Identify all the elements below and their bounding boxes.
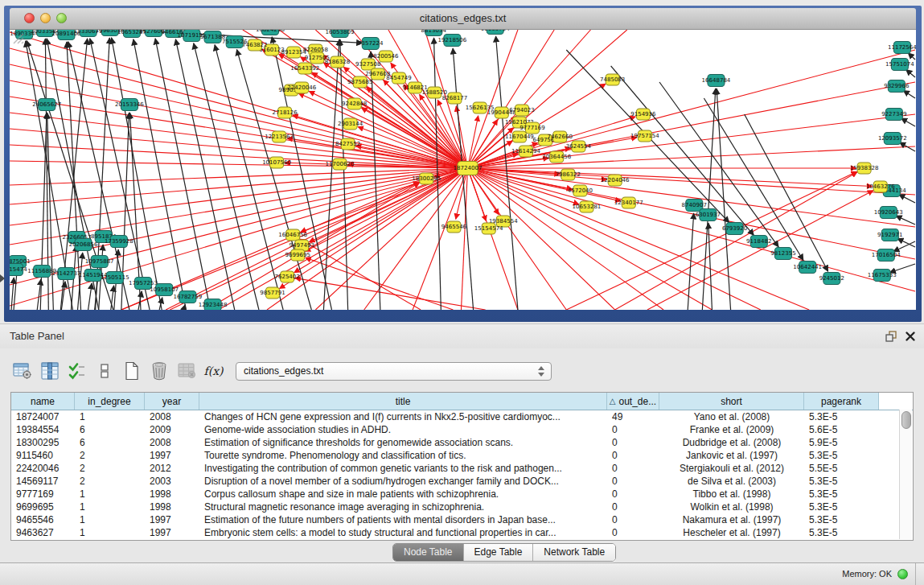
cell-in_degree: 6 xyxy=(75,423,145,436)
citation-edge-black[interactable] xyxy=(611,66,754,235)
column-header-out_de[interactable]: △out_de... xyxy=(607,393,659,410)
table-row[interactable]: 946362711997Embryonic stem cells: a mode… xyxy=(11,526,913,539)
graph-node-label: 20364456 xyxy=(542,154,571,161)
citation-edge-black[interactable] xyxy=(88,283,92,310)
citation-edge-red[interactable] xyxy=(10,80,468,168)
table-vertical-scrollbar[interactable] xyxy=(899,410,912,539)
column-header-year[interactable]: year xyxy=(145,393,199,410)
cytopanel-collapse-arrow-icon[interactable] xyxy=(0,274,5,282)
citation-edge-black[interactable] xyxy=(496,36,518,310)
cell-out_de: 0 xyxy=(607,501,659,513)
cell-year: 2012 xyxy=(145,462,199,475)
column-label: year xyxy=(162,396,181,407)
citation-edge-red[interactable] xyxy=(10,48,468,168)
citation-edge-red[interactable] xyxy=(10,113,468,168)
citation-edge-black[interactable] xyxy=(906,69,915,77)
canvas-resize-grip[interactable] xyxy=(10,30,24,44)
cell-out_de: 0 xyxy=(607,475,659,488)
citation-edge-black[interactable] xyxy=(112,38,162,310)
function-builder-icon[interactable]: f(x) xyxy=(203,360,224,381)
citation-edge-black[interactable] xyxy=(371,51,380,310)
citation-edge-red[interactable] xyxy=(468,168,615,310)
citation-edge-red[interactable] xyxy=(10,168,468,204)
table-panel-header: Table Panel xyxy=(0,324,924,348)
cell-pagerank: 5.9E-5 xyxy=(804,436,879,449)
network-canvas[interactable]: 1890334420033584208914061533067919965036… xyxy=(10,30,916,310)
graph-node-label: 16046756 xyxy=(278,232,307,239)
table-row[interactable]: 1938455462009Genome-wide association stu… xyxy=(11,423,913,436)
scrollbar-thumb[interactable] xyxy=(901,411,911,429)
cell-title: Estimation of the future numbers of pati… xyxy=(199,513,607,526)
cell-pagerank: 5.5E-5 xyxy=(804,462,879,475)
table-row[interactable]: 969969511998Structural magnetic resonanc… xyxy=(11,501,913,513)
close-panel-icon[interactable] xyxy=(905,331,916,342)
citation-edge-red[interactable] xyxy=(615,172,857,310)
column-label: pagerank xyxy=(821,396,861,407)
cell-in_degree: 1 xyxy=(75,526,145,539)
cell-short: Hescheler et al. (1997) xyxy=(659,526,804,539)
delete-trash-icon[interactable] xyxy=(148,360,170,381)
table-row[interactable]: 911546021997Tourette syndrome. Phenomeno… xyxy=(11,449,913,462)
graph-node-label: 16782759 xyxy=(173,294,202,301)
cell-in_degree: 1 xyxy=(75,513,145,526)
network-window-titlebar[interactable]: citations_edges.txt xyxy=(10,8,916,30)
memory-ok-indicator-icon[interactable] xyxy=(897,569,908,579)
citation-edge-red[interactable] xyxy=(468,30,518,168)
citation-edge-black[interactable] xyxy=(908,53,915,60)
new-document-icon[interactable] xyxy=(121,360,142,381)
citation-edge-black[interactable] xyxy=(659,82,778,247)
citation-edge-red[interactable] xyxy=(300,239,421,310)
cell-name: 22420046 xyxy=(11,462,75,475)
table-row[interactable]: 1830029562008Estimation of significance … xyxy=(11,436,913,449)
column-header-short[interactable]: short xyxy=(659,393,804,410)
cell-name: 18724007 xyxy=(11,410,75,423)
float-panel-icon[interactable] xyxy=(885,331,897,342)
graph-node-label: 9857791 xyxy=(260,290,285,297)
unselect-rows-icon[interactable] xyxy=(93,360,115,381)
column-header-pagerank[interactable]: pagerank xyxy=(804,393,879,410)
citation-edge-black[interactable] xyxy=(903,90,915,98)
graph-node-label: 9812355 xyxy=(770,250,795,257)
cell-year: 2008 xyxy=(145,436,199,449)
cell-short: Jankovic et al. (1997) xyxy=(659,449,804,462)
graph-node-label: 11614294 xyxy=(511,148,540,155)
table-row[interactable]: 1872400712008Changes of HCN gene express… xyxy=(11,410,913,423)
select-rows-icon[interactable] xyxy=(66,360,88,381)
tab-edge-table[interactable]: Edge Table xyxy=(464,544,534,561)
cell-title: Tourette syndrome. Phenomenology and cla… xyxy=(199,449,607,462)
citation-edge-black[interactable] xyxy=(901,118,915,126)
citation-edge-black[interactable] xyxy=(133,39,187,310)
citation-network-graph[interactable]: 1890334420033584208914061533067919965036… xyxy=(10,30,916,310)
citation-edge-black[interactable] xyxy=(899,195,915,203)
node-attribute-table: namein_degreeyeartitle△out_de...shortpag… xyxy=(10,392,914,541)
table-row[interactable]: 977716911998Corpus callosum shape and si… xyxy=(11,488,913,501)
table-selector-dropdown[interactable]: citations_edges.txt xyxy=(236,362,552,381)
table-row[interactable]: 946554611997Estimation of the future num… xyxy=(11,513,913,526)
citation-edge-black[interactable] xyxy=(893,241,915,252)
delete-table-icon[interactable] xyxy=(175,360,197,381)
dropdown-stepper-icon xyxy=(538,366,545,377)
citation-edge-red[interactable] xyxy=(468,168,567,310)
column-header-in_degree[interactable]: in_degree xyxy=(75,393,145,410)
column-header-title[interactable]: title xyxy=(199,393,607,410)
citation-edge-black[interactable] xyxy=(183,305,185,310)
citation-edge-red[interactable] xyxy=(468,168,761,310)
table-row[interactable]: 2242004622012Investigating the contribut… xyxy=(11,462,913,475)
graph-node-label: 22420046 xyxy=(287,84,316,92)
network-view-window: citations_edges.txt 18903344200335842089… xyxy=(4,6,922,322)
citation-edge-red[interactable] xyxy=(461,168,467,310)
table-row[interactable]: 1456911722003Disruption of a novel membe… xyxy=(11,475,913,488)
citation-edge-red[interactable] xyxy=(279,168,467,289)
tab-network-table[interactable]: Network Table xyxy=(533,544,615,561)
column-visibility-icon[interactable] xyxy=(39,360,60,381)
citation-edge-black[interactable] xyxy=(896,216,915,225)
table-settings-icon[interactable] xyxy=(11,360,33,381)
citation-edge-black[interactable] xyxy=(708,223,713,310)
citation-edge-red[interactable] xyxy=(468,168,915,291)
cell-out_de: 0 xyxy=(607,449,659,462)
citation-edge-red[interactable] xyxy=(468,168,873,187)
column-header-name[interactable]: name xyxy=(11,393,75,410)
tab-node-table[interactable]: Node Table xyxy=(393,544,464,561)
graph-node-label: 8813054 xyxy=(421,30,447,33)
graph-node-label: 20206856 xyxy=(69,241,98,249)
